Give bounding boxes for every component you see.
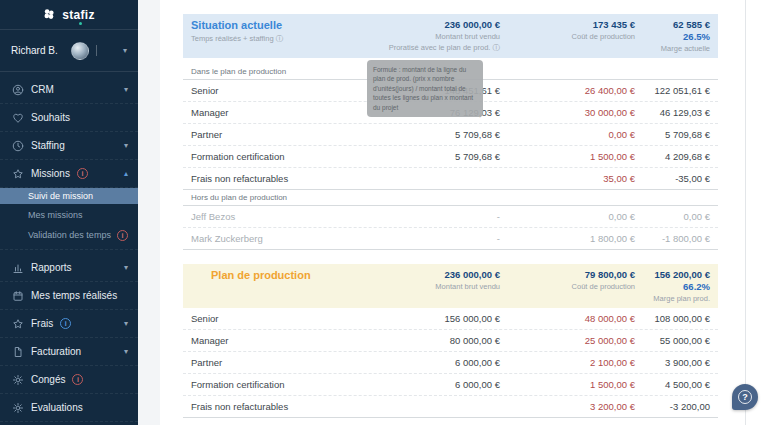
cost-label: Coût de production (500, 282, 635, 291)
sold-value: 236 000,00 € (370, 19, 500, 30)
calendar-icon (12, 290, 24, 302)
sidebar-item-label: Mes missions (28, 210, 83, 220)
chevron-down-icon: ▾ (124, 141, 128, 150)
table-row: Frais non refacturables 3 200,00 € -3 20… (183, 396, 718, 418)
row-cost: 1 800,00 € (500, 233, 635, 244)
row-cost: 48 000,00 € (500, 313, 635, 324)
sidebar-item-label: Mes temps réalisés (31, 290, 117, 301)
logo-teal-dot (79, 22, 82, 25)
row-sold: 156 000,00 € (370, 313, 500, 324)
sidebar-item-crm[interactable]: CRM ▾ (0, 76, 138, 104)
sidebar-item-label: Missions (31, 168, 70, 179)
table-row: Partner 5 709,68 € 0,00 € 5 709,68 € (183, 124, 718, 146)
alert-info-icon: i (117, 230, 128, 241)
row-cost: 25 000,00 € (500, 335, 635, 346)
row-margin: 0,00 € (635, 211, 710, 222)
sidebar-item-label: Congés (31, 374, 65, 385)
margin-value: 62 585 € (635, 19, 710, 30)
row-sold: 6 000,00 € (370, 357, 500, 368)
sold-value: 236 000,00 € (370, 269, 500, 280)
row-label: Jeff Bezos (191, 211, 370, 222)
sidebar-item-label: Validation des temps (28, 230, 111, 240)
clock-icon (12, 140, 24, 152)
row-margin: 4 500,00 € (635, 379, 710, 390)
alert-info-icon: i (72, 374, 83, 385)
mission-financials: Situation actuelle Temps réalisés + staf… (183, 14, 718, 418)
sun-icon (12, 374, 24, 386)
sidebar-item-label: Evaluations (31, 402, 83, 413)
margin-value: 156 200,00 € (635, 269, 710, 280)
row-sold: 6 000,00 € (370, 379, 500, 390)
info-icon: i (60, 318, 71, 329)
row-cost: 0,00 € (500, 211, 635, 222)
row-cost: 0,00 € (500, 129, 635, 140)
margin-pct: 66.2% (635, 281, 710, 292)
cost-label: Coût de production (500, 32, 635, 41)
row-cost: 35,00 € (500, 173, 635, 184)
sidebar-item-staffing[interactable]: Staffing ▾ (0, 132, 138, 160)
sidebar-item-validation-des-temps[interactable]: Validation des temps i (0, 226, 138, 244)
cost-value: 79 800,00 € (500, 269, 635, 280)
sidebar-nav: CRM ▾ Souhaits Staffing ▾ (0, 72, 138, 425)
sun-icon (12, 402, 24, 414)
sidebar-item-mes-temps-realises[interactable]: Mes temps réalisés (0, 282, 138, 310)
divider (0, 244, 138, 250)
section-header-out-plan: Hors du plan de production (183, 190, 718, 206)
sidebar-item-label: Staffing (31, 140, 65, 151)
sidebar-item-label: Suivi de mission (28, 191, 93, 201)
sidebar-item-facturation[interactable]: Facturation ▾ (0, 338, 138, 366)
plan-title: Plan de production (191, 269, 370, 281)
sidebar-item-label: Rapports (31, 262, 72, 273)
row-label: Formation certification (191, 379, 370, 390)
row-label: Senior (191, 313, 370, 324)
sidebar: stafiz Richard B. ▾ CRM ▾ (0, 0, 138, 425)
margin-label: Marge actuelle (635, 44, 710, 53)
heart-icon (12, 112, 24, 124)
table-row: Jeff Bezos - 0,00 € 0,00 € (183, 206, 718, 228)
sold-label: Montant brut vendu (370, 32, 500, 41)
user-menu[interactable]: Richard B. ▾ (0, 30, 138, 72)
main-content: Situation actuelle Temps réalisés + staf… (138, 0, 768, 425)
document-icon (12, 346, 24, 358)
chevron-down-icon: ▾ (124, 347, 128, 356)
sidebar-item-evaluations[interactable]: Evaluations (0, 394, 138, 422)
row-margin: 122 051,61 € (635, 85, 710, 96)
row-margin: -35,00 € (635, 173, 710, 184)
info-icon[interactable]: ⓘ (276, 34, 284, 43)
row-margin: -3 200,00 (635, 401, 710, 412)
sold-label: Montant brut vendu (370, 282, 500, 291)
row-margin: -1 800,00 € (635, 233, 710, 244)
row-cost: 2 100,00 € (500, 357, 635, 368)
info-icon[interactable]: ⓘ (493, 43, 501, 52)
table-row: Formation certification 5 709,68 € 1 500… (183, 146, 718, 168)
logo: stafiz (0, 0, 138, 30)
logo-text: stafiz (62, 8, 94, 22)
table-row: Manager 80 000,00 € 25 000,00 € 55 000,0… (183, 330, 718, 352)
vertical-divider (745, 0, 746, 425)
sidebar-item-souhaits[interactable]: Souhaits (0, 104, 138, 132)
sidebar-item-mes-missions[interactable]: Mes missions (0, 204, 138, 226)
sidebar-item-suivi-de-mission[interactable]: Suivi de mission (0, 188, 138, 204)
chevron-down-icon: ▾ (124, 263, 128, 272)
row-label: Formation certification (191, 151, 370, 162)
sidebar-item-frais[interactable]: Frais i ▾ (0, 310, 138, 338)
question-mark-icon: ? (738, 390, 752, 404)
chevron-up-icon: ▴ (124, 169, 128, 178)
sidebar-item-missions[interactable]: Missions i ▴ (0, 160, 138, 188)
divider (96, 45, 97, 56)
cost-value: 173 435 € (500, 19, 635, 30)
sidebar-item-conges[interactable]: Congés i (0, 366, 138, 394)
sidebar-item-rapports[interactable]: Rapports ▾ (0, 254, 138, 282)
page: stafiz Richard B. ▾ CRM ▾ (0, 0, 768, 425)
row-margin: 46 129,03 € (635, 107, 710, 118)
row-label: Manager (191, 335, 370, 346)
chevron-down-icon: ▾ (124, 85, 128, 94)
row-label: Mark Zuckerberg (191, 233, 370, 244)
row-sold: - (370, 211, 500, 222)
formula-tooltip: Formule : montant de la ligne du plan de… (367, 60, 483, 117)
row-label: Frais non refacturables (191, 173, 370, 184)
row-margin: 5 709,68 € (635, 129, 710, 140)
help-button[interactable]: ? (732, 384, 758, 410)
plan-de-production-header: Plan de production 236 000,00 € Montant … (183, 264, 718, 308)
row-margin: 4 209,68 € (635, 151, 710, 162)
